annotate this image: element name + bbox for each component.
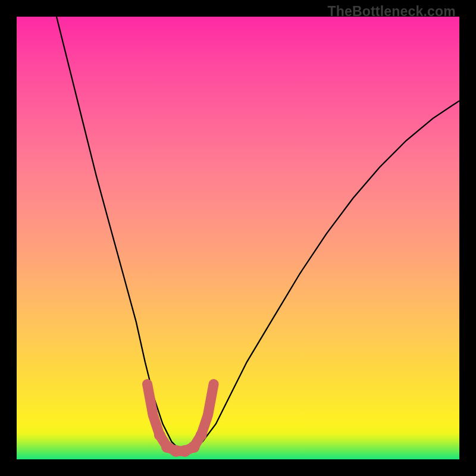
- chart-plot-area: [17, 17, 459, 459]
- chart-frame: TheBottleneck.com: [0, 0, 476, 476]
